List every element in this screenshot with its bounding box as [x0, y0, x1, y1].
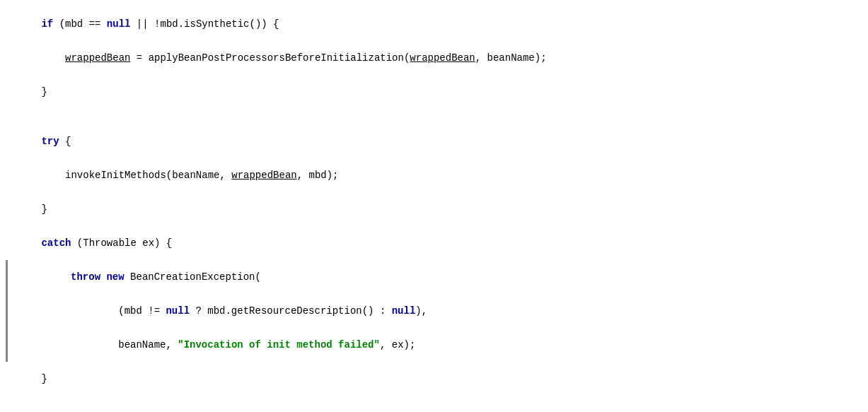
keyword-if: if [41, 18, 53, 30]
keyword-null: null [107, 18, 131, 30]
code-line-2: wrappedBean = applyBeanPostProcessorsBef… [0, 41, 868, 75]
keyword-null-3: null [392, 305, 416, 317]
code-line-6: invokeInitMethods(beanName, wrappedBean,… [0, 158, 868, 192]
code-line-13-empty [0, 396, 868, 411]
var-wrappedbean-1: wrappedBean [65, 52, 130, 64]
code-line-8: catch (Throwable ex) { [0, 226, 868, 260]
keyword-null-2: null [166, 305, 190, 317]
code-line-12: } [0, 362, 868, 396]
code-line-5: try { [0, 124, 868, 158]
var-wrappedbean-3: wrappedBean [231, 170, 296, 181]
catch-left-border-2 [6, 294, 8, 328]
code-line-3: } [0, 75, 868, 109]
catch-left-border [6, 260, 8, 294]
code-line-9: throw new BeanCreationException( [0, 260, 868, 294]
keyword-catch: catch [41, 237, 71, 249]
code-editor: if (mbd == null || !mbd.isSynthetic()) {… [0, 0, 868, 412]
code-line-4-empty [0, 109, 868, 124]
code-line-10: (mbd != null ? mbd.getResourceDescriptio… [0, 294, 868, 328]
keyword-throw: throw [71, 271, 100, 283]
code-line-1: if (mbd == null || !mbd.isSynthetic()) { [0, 7, 868, 41]
code-line-11: beanName, "Invocation of init method fai… [0, 328, 868, 362]
keyword-try: try [41, 136, 59, 147]
string-invocation: "Invocation of init method failed" [178, 339, 380, 351]
keyword-new: new [106, 271, 124, 283]
var-wrappedbean-2: wrappedBean [410, 52, 475, 64]
code-line-7: } [0, 192, 868, 226]
catch-left-border-3 [6, 328, 8, 362]
